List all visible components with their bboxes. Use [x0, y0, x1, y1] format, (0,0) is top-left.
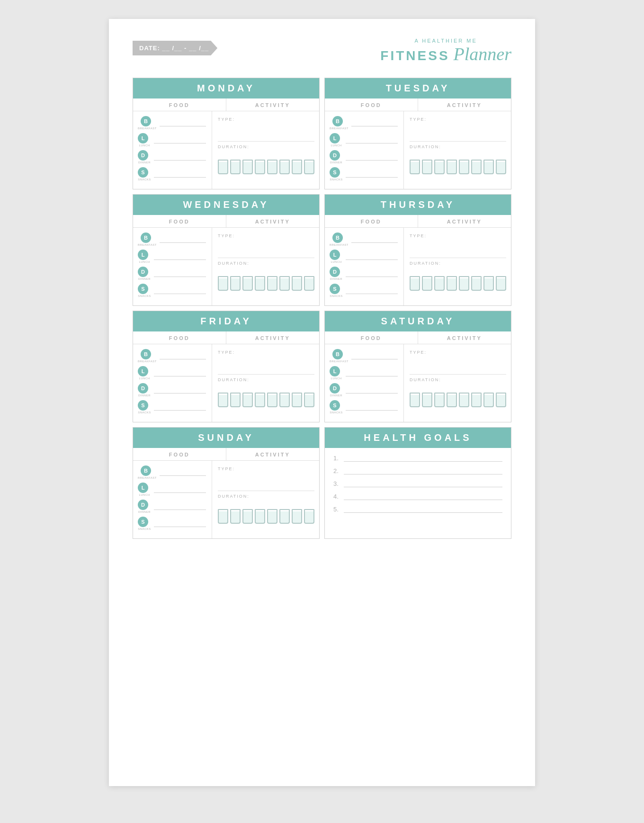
meal-line[interactable] — [154, 137, 206, 143]
water-cup[interactable] — [267, 278, 277, 291]
water-cup[interactable] — [292, 162, 302, 174]
meal-line[interactable] — [154, 503, 206, 510]
water-cup[interactable] — [230, 395, 241, 407]
water-cup[interactable] — [410, 162, 420, 174]
goal-line[interactable] — [344, 455, 502, 462]
water-cup[interactable] — [304, 162, 314, 174]
water-cup[interactable] — [255, 511, 265, 524]
water-cup[interactable] — [471, 395, 482, 407]
water-cup[interactable] — [447, 162, 457, 174]
meal-line[interactable] — [154, 404, 206, 411]
meal-line[interactable] — [351, 236, 398, 243]
type-space[interactable] — [218, 240, 314, 255]
water-cup[interactable] — [255, 162, 265, 174]
water-cup[interactable] — [434, 278, 445, 291]
water-cup[interactable] — [434, 162, 445, 174]
water-cup[interactable] — [459, 395, 469, 407]
meal-line[interactable] — [154, 270, 206, 277]
water-cup[interactable] — [422, 162, 432, 174]
water-cup[interactable] — [230, 511, 241, 524]
meal-line[interactable] — [154, 486, 206, 493]
meal-line[interactable] — [154, 520, 206, 527]
water-cup[interactable] — [483, 395, 494, 407]
water-cup[interactable] — [471, 162, 482, 174]
meal-line[interactable] — [154, 253, 206, 260]
duration-space[interactable] — [218, 151, 314, 159]
water-cup[interactable] — [483, 278, 494, 291]
water-cup[interactable] — [267, 395, 277, 407]
meal-line[interactable] — [154, 154, 206, 161]
duration-space[interactable] — [218, 384, 314, 392]
meal-line[interactable] — [346, 137, 398, 143]
goal-line[interactable] — [344, 468, 502, 474]
water-cup[interactable] — [496, 395, 506, 407]
meal-line[interactable] — [154, 287, 206, 294]
water-cup[interactable] — [304, 395, 314, 407]
water-cup[interactable] — [218, 511, 228, 524]
water-cup[interactable] — [292, 511, 302, 524]
meal-line[interactable] — [346, 253, 398, 260]
date-tag[interactable]: DATE: __ /__ - __ /__ — [133, 41, 217, 55]
duration-space[interactable] — [410, 151, 506, 159]
water-cup[interactable] — [304, 278, 314, 291]
water-cup[interactable] — [267, 162, 277, 174]
meal-line[interactable] — [160, 236, 206, 243]
water-cup[interactable] — [242, 395, 253, 407]
water-cup[interactable] — [422, 278, 432, 291]
type-space[interactable] — [218, 356, 314, 371]
water-cup[interactable] — [304, 511, 314, 524]
meal-line[interactable] — [346, 171, 398, 178]
meal-line[interactable] — [351, 353, 398, 359]
water-cup[interactable] — [218, 278, 228, 291]
meal-line[interactable] — [154, 387, 206, 394]
meal-line[interactable] — [154, 171, 206, 178]
water-cup[interactable] — [496, 162, 506, 174]
water-cup[interactable] — [267, 511, 277, 524]
duration-space[interactable] — [410, 267, 506, 276]
duration-space[interactable] — [218, 500, 314, 509]
water-cup[interactable] — [496, 278, 506, 291]
meal-line[interactable] — [346, 287, 398, 294]
water-cup[interactable] — [218, 162, 228, 174]
meal-line[interactable] — [160, 353, 206, 359]
meal-line[interactable] — [160, 120, 206, 126]
water-cup[interactable] — [459, 278, 469, 291]
water-cup[interactable] — [279, 162, 290, 174]
goal-line[interactable] — [344, 506, 502, 513]
water-cup[interactable] — [279, 395, 290, 407]
water-cup[interactable] — [292, 278, 302, 291]
meal-line[interactable] — [346, 370, 398, 376]
water-cup[interactable] — [292, 395, 302, 407]
type-space[interactable] — [218, 473, 314, 488]
water-cup[interactable] — [447, 278, 457, 291]
water-cup[interactable] — [242, 278, 253, 291]
meal-line[interactable] — [154, 370, 206, 376]
water-cup[interactable] — [410, 278, 420, 291]
water-cup[interactable] — [242, 162, 253, 174]
water-cup[interactable] — [410, 395, 420, 407]
duration-space[interactable] — [218, 267, 314, 276]
meal-line[interactable] — [160, 469, 206, 476]
meal-line[interactable] — [346, 387, 398, 394]
water-cup[interactable] — [230, 162, 241, 174]
duration-space[interactable] — [410, 384, 506, 392]
type-space[interactable] — [218, 123, 314, 138]
water-cup[interactable] — [471, 278, 482, 291]
water-cup[interactable] — [483, 162, 494, 174]
water-cup[interactable] — [255, 395, 265, 407]
type-space[interactable] — [410, 240, 506, 255]
water-cup[interactable] — [434, 395, 445, 407]
meal-line[interactable] — [351, 120, 398, 126]
water-cup[interactable] — [422, 395, 432, 407]
water-cup[interactable] — [242, 511, 253, 524]
meal-line[interactable] — [346, 404, 398, 411]
goal-line[interactable] — [344, 493, 502, 500]
water-cup[interactable] — [230, 278, 241, 291]
water-cup[interactable] — [459, 162, 469, 174]
type-space[interactable] — [410, 123, 506, 138]
water-cup[interactable] — [279, 278, 290, 291]
meal-line[interactable] — [346, 154, 398, 161]
water-cup[interactable] — [255, 278, 265, 291]
meal-line[interactable] — [346, 270, 398, 277]
water-cup[interactable] — [218, 395, 228, 407]
